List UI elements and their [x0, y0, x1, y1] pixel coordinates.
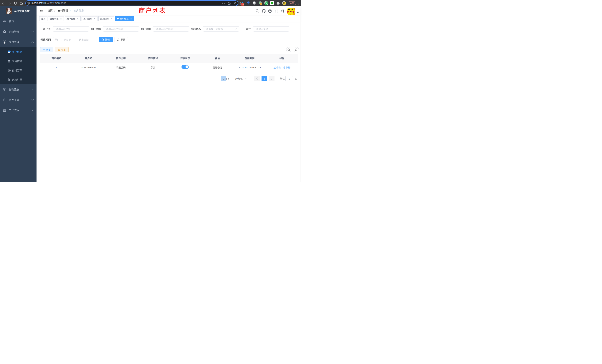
svg-text:1: 1: [261, 3, 262, 5]
